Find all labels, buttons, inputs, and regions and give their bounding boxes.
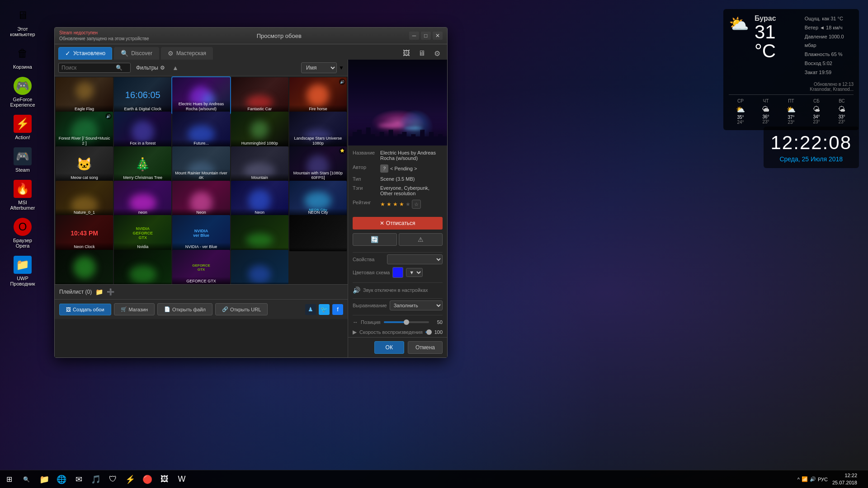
- desktop-icon-msi[interactable]: 🔥 MSI Afterburner: [5, 178, 41, 212]
- social-steam-button[interactable]: ♟: [305, 304, 316, 315]
- author-icon: ?: [380, 164, 388, 173]
- wallpaper-neon-city[interactable]: NEON City NEON City: [289, 181, 347, 216]
- color-scheme-button[interactable]: [392, 267, 403, 278]
- wallpaper-icon-btn[interactable]: 🖼: [400, 47, 413, 60]
- search-input[interactable]: [61, 65, 116, 71]
- playlist-bar: Плейлист (0) 📁 ➕: [55, 284, 348, 299]
- position-value: 50: [432, 319, 443, 325]
- taskbar-mail[interactable]: ✉: [71, 471, 87, 488]
- wallpaper-extra1[interactable]: [231, 215, 288, 251]
- wallpaper-nvidia-blue[interactable]: NVIDIAver Blue NVIDIA - ver Blue: [172, 215, 230, 251]
- tab-workshop[interactable]: ⚙ Мастерская: [161, 47, 213, 60]
- speed-row: ▶ Скорость воспроизведения 100: [348, 327, 447, 337]
- wallpaper-extra4[interactable]: [114, 250, 171, 284]
- wallpaper-geforce[interactable]: GEFORCEGTX GEFORCE GTX: [172, 250, 230, 284]
- star-5[interactable]: ★: [406, 201, 410, 207]
- tab-installed[interactable]: ✓ Установлено: [58, 47, 112, 60]
- wallpaper-nvidia[interactable]: NVIDIAGEFORCEGTX Nvidia: [114, 215, 171, 251]
- desktop-icon-action[interactable]: ⚡ Action!: [5, 113, 41, 142]
- wallpaper-eagle[interactable]: Eagle Flag: [56, 77, 113, 113]
- tray-keyboard[interactable]: РУС: [818, 477, 828, 482]
- ok-button[interactable]: ОК: [374, 341, 404, 354]
- desktop-icon-opera[interactable]: O Браузер Opera: [5, 216, 41, 250]
- wallpaper-earth[interactable]: 16:06:05 Earth & Digital Clock: [114, 77, 171, 113]
- desktop-icon-geforce[interactable]: 🎮 GeForce Experience: [5, 75, 41, 109]
- wallpaper-landscape[interactable]: Landscape Stars Universe 1080p: [289, 112, 347, 147]
- taskbar-file-explorer[interactable]: 📁: [36, 471, 52, 488]
- wallpaper-future[interactable]: Future...: [172, 112, 230, 148]
- create-wallpaper-button[interactable]: 🖼 Создать обои: [59, 304, 111, 315]
- wallpaper-neon2[interactable]: Neon: [172, 181, 230, 217]
- wallpaper-mountain-river[interactable]: Mount Rainier Mountain river 4K: [172, 146, 230, 183]
- maximize-button[interactable]: □: [421, 32, 431, 40]
- taskbar-app4[interactable]: 🖼: [156, 471, 173, 488]
- desktop-icon-uwp[interactable]: 📁 UWP Проводник: [5, 254, 41, 288]
- wallpaper-hummingbird[interactable]: Hummingbird 1080p: [231, 112, 288, 148]
- clock-time: 12:22:08: [771, 132, 852, 154]
- wallpaper-nature[interactable]: Nature_0_1: [56, 181, 113, 216]
- taskbar-app1[interactable]: 🛡: [105, 471, 121, 488]
- search-input-wrap[interactable]: 🔍: [58, 63, 131, 73]
- social-facebook-button[interactable]: f: [332, 304, 343, 315]
- wallpaper-horse[interactable]: Fire horse 🔊: [289, 77, 347, 113]
- open-file-button[interactable]: 📄 Открыть файл: [157, 303, 212, 315]
- taskbar-word[interactable]: W: [174, 471, 190, 488]
- wallpaper-forest[interactable]: Forest River [/ Sound+Music 2 ] 🔊: [56, 112, 113, 147]
- collapse-button[interactable]: ▲: [170, 63, 180, 72]
- wallpaper-mountain[interactable]: Mountain: [231, 146, 288, 183]
- playlist-add-button[interactable]: ➕: [107, 288, 114, 296]
- wallpaper-extra3[interactable]: [56, 250, 113, 284]
- star-rate-button[interactable]: ☆: [412, 200, 421, 209]
- star-1[interactable]: ★: [380, 201, 385, 207]
- sort-select[interactable]: Имя Дата Тип Рейтинг: [301, 62, 337, 73]
- shop-button[interactable]: 🛒 Магазин: [114, 303, 155, 315]
- desktop-icon-basket[interactable]: 🗑 Корзина: [5, 42, 41, 71]
- taskbar-app2[interactable]: ⚡: [122, 471, 138, 488]
- desktop-icon-computer[interactable]: 🖥 Этот компьютер: [5, 5, 41, 39]
- start-button[interactable]: ⊞: [0, 470, 18, 488]
- wallpaper-meow[interactable]: 🐱 Meow cat song: [56, 146, 113, 182]
- cancel-button[interactable]: Отмена: [408, 341, 443, 354]
- position-slider[interactable]: [384, 321, 429, 323]
- speed-slider[interactable]: [425, 331, 429, 333]
- monitor-icon-btn[interactable]: 🖥: [415, 47, 428, 60]
- star-4[interactable]: ★: [399, 201, 404, 207]
- star-3[interactable]: ★: [393, 201, 398, 207]
- minimize-button[interactable]: ─: [409, 32, 419, 40]
- color-scheme-dropdown[interactable]: ▼: [406, 268, 423, 277]
- tab-discover[interactable]: 🔍 Discover: [114, 47, 159, 60]
- wallpaper-mountain-stars[interactable]: Mountain with Stars [1080p 60FPS] ⭐: [289, 146, 347, 182]
- tray-chevron[interactable]: ^: [797, 477, 800, 482]
- refresh-button[interactable]: 🔄: [353, 233, 397, 246]
- unsubscribe-button[interactable]: ✕ Отписаться: [353, 217, 443, 230]
- wallpaper-extra5[interactable]: [231, 250, 288, 284]
- taskbar-app3[interactable]: 🔴: [139, 471, 156, 488]
- desktop-icon-steam[interactable]: 🎮 Steam: [5, 145, 41, 174]
- computer-icon: 🖥: [14, 6, 32, 24]
- wallpaper-electric[interactable]: Electric Hues by Andreas Rocha (w/sound): [172, 77, 230, 113]
- wallpaper-neon[interactable]: neon: [114, 181, 171, 217]
- alignment-select[interactable]: Заполнить Растянуть По центру Оригинал: [390, 300, 443, 310]
- star-2[interactable]: ★: [387, 201, 392, 207]
- wallpaper-fox[interactable]: Fox in a forest: [114, 112, 171, 148]
- wallpaper-neon3[interactable]: Neon: [231, 181, 288, 217]
- taskbar-media[interactable]: 🎵: [88, 471, 104, 488]
- wallpaper-car[interactable]: Fantastic Car: [231, 77, 288, 113]
- weather-widget: ⛅ Бурас 31 °C Ощущ. как 31 °C Ветер ◄ 18…: [723, 9, 859, 130]
- close-button[interactable]: ✕: [433, 32, 443, 40]
- properties-select[interactable]: [387, 254, 443, 264]
- wallpaper-extra2[interactable]: [289, 215, 347, 251]
- wallpaper-neon-clock[interactable]: 10:43 PM Neon Clock: [56, 215, 113, 251]
- social-twitter-button[interactable]: 🐦: [319, 304, 330, 315]
- tray-volume[interactable]: 🔊: [810, 476, 816, 482]
- taskbar-clock[interactable]: 12:22 25.07.2018: [830, 472, 860, 486]
- warning-button[interactable]: ⚠: [399, 233, 443, 246]
- filter-button[interactable]: Фильтры ⚙: [133, 63, 168, 72]
- settings-icon-btn[interactable]: ⚙: [431, 47, 443, 60]
- wallpaper-christmas[interactable]: 🎄 Merry Christmas Tree: [114, 146, 171, 183]
- taskbar-browser[interactable]: 🌐: [53, 471, 70, 488]
- tray-network[interactable]: 📶: [802, 476, 808, 482]
- playlist-folder-icon[interactable]: 📁: [95, 288, 103, 296]
- open-url-button[interactable]: 🔗 Открыть URL: [215, 303, 268, 315]
- taskbar-search-button[interactable]: 🔍: [18, 470, 34, 488]
